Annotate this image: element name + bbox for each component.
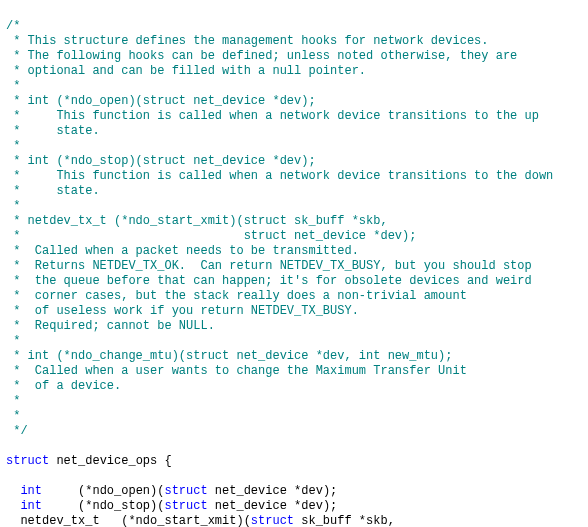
struct-members: int (*ndo_open)(struct net_device *dev);…	[6, 484, 582, 527]
code-block: /* * This structure defines the manageme…	[0, 0, 588, 527]
comment-line: * Required; cannot be NULL.	[6, 319, 582, 334]
keyword: struct	[164, 484, 207, 498]
comment-line: * Called when a packet needs to be trans…	[6, 244, 582, 259]
code-text: netdev_tx_t (*ndo_start_xmit)(	[6, 514, 251, 527]
keyword: struct	[251, 514, 294, 527]
keyword: int	[20, 499, 42, 513]
code-text	[6, 499, 20, 513]
comment-line: *	[6, 409, 582, 424]
comment-block: /* * This structure defines the manageme…	[6, 19, 582, 439]
comment-line: * This function is called when a network…	[6, 109, 582, 124]
struct-name: net_device_ops {	[49, 454, 171, 468]
keyword-struct: struct	[6, 454, 49, 468]
code-text	[6, 484, 20, 498]
comment-line: *	[6, 199, 582, 214]
comment-line: * the queue before that can happen; it's…	[6, 274, 582, 289]
code-text: sk_buff *skb,	[294, 514, 395, 527]
comment-line: * state.	[6, 124, 582, 139]
member-line: netdev_tx_t (*ndo_start_xmit)(struct sk_…	[6, 514, 582, 527]
comment-line: /*	[6, 19, 582, 34]
comment-line: * Called when a user wants to change the…	[6, 364, 582, 379]
comment-line: * The following hooks can be defined; un…	[6, 49, 582, 64]
member-line: int (*ndo_open)(struct net_device *dev);	[6, 484, 582, 499]
comment-line: *	[6, 334, 582, 349]
code-text: (*ndo_open)(	[42, 484, 164, 498]
comment-line: * int (*ndo_change_mtu)(struct net_devic…	[6, 349, 582, 364]
comment-line: * of useless work if you return NETDEV_T…	[6, 304, 582, 319]
comment-line: * Returns NETDEV_TX_OK. Can return NETDE…	[6, 259, 582, 274]
comment-line: * struct net_device *dev);	[6, 229, 582, 244]
comment-line: * of a device.	[6, 379, 582, 394]
comment-line: * corner cases, but the stack really doe…	[6, 289, 582, 304]
keyword: struct	[164, 499, 207, 513]
code-text: net_device *dev);	[208, 499, 338, 513]
keyword: int	[20, 484, 42, 498]
comment-line: * This structure defines the management …	[6, 34, 582, 49]
comment-line: * This function is called when a network…	[6, 169, 582, 184]
member-line: int (*ndo_stop)(struct net_device *dev);	[6, 499, 582, 514]
comment-line: * optional and can be filled with a null…	[6, 64, 582, 79]
comment-line: *	[6, 139, 582, 154]
comment-line: * int (*ndo_stop)(struct net_device *dev…	[6, 154, 582, 169]
comment-line: * int (*ndo_open)(struct net_device *dev…	[6, 94, 582, 109]
comment-line: * state.	[6, 184, 582, 199]
comment-line: */	[6, 424, 582, 439]
code-text: net_device *dev);	[208, 484, 338, 498]
code-text: (*ndo_stop)(	[42, 499, 164, 513]
comment-line: *	[6, 79, 582, 94]
comment-line: *	[6, 394, 582, 409]
struct-header-line: struct net_device_ops {	[6, 454, 582, 469]
comment-line: * netdev_tx_t (*ndo_start_xmit)(struct s…	[6, 214, 582, 229]
